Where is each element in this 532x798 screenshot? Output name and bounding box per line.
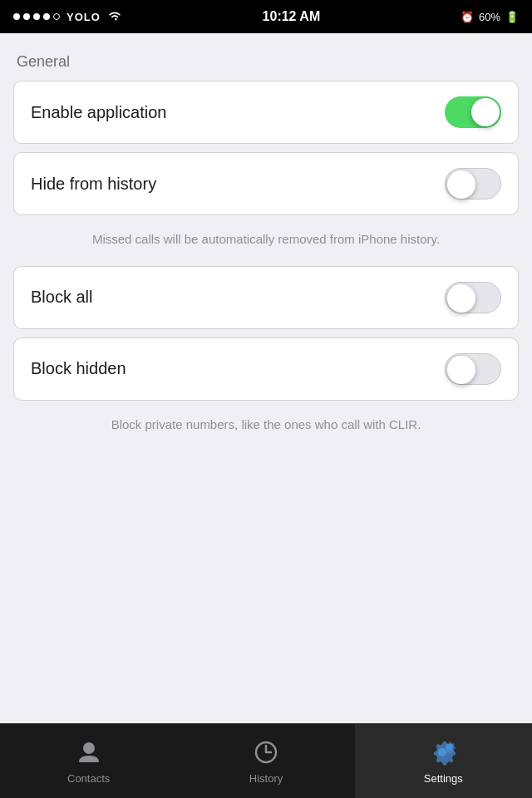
dot-1: [13, 13, 20, 20]
alarm-icon: ⏰: [461, 11, 474, 23]
carrier-label: YOLO: [66, 11, 101, 23]
dot-3: [33, 13, 40, 20]
enable-application-row[interactable]: Enable application: [13, 81, 519, 144]
tab-contacts-label: Contacts: [67, 772, 110, 785]
dot-2: [23, 13, 30, 20]
contacts-icon: [74, 737, 104, 767]
tab-history-label: History: [249, 772, 283, 785]
hide-from-history-row[interactable]: Hide from history: [13, 152, 519, 215]
battery-label: 60%: [479, 11, 500, 23]
enable-application-toggle[interactable]: [445, 96, 501, 128]
block-hidden-label: Block hidden: [31, 359, 126, 378]
main-content: General Enable application Hide from his…: [0, 33, 532, 451]
section-title: General: [13, 53, 519, 71]
settings-icon: [428, 737, 458, 767]
history-icon: [251, 737, 281, 767]
tab-history[interactable]: History: [177, 724, 354, 798]
tab-settings-label: Settings: [424, 772, 463, 785]
block-hidden-description: Block private numbers, like the ones who…: [13, 409, 519, 451]
hide-from-history-description: Missed calls will be automatically remov…: [13, 224, 519, 266]
dot-4: [43, 13, 50, 20]
block-all-label: Block all: [31, 288, 92, 307]
block-all-row[interactable]: Block all: [13, 266, 519, 329]
block-hidden-thumb: [447, 356, 475, 384]
hide-from-history-label: Hide from history: [31, 175, 156, 194]
status-time: 10:12 AM: [263, 9, 321, 24]
enable-application-label: Enable application: [31, 103, 166, 122]
tab-settings[interactable]: Settings: [355, 724, 532, 798]
signal-dots: [13, 13, 60, 20]
tab-contacts[interactable]: Contacts: [0, 724, 177, 798]
status-bar: YOLO 10:12 AM ⏰ 60% 🔋: [0, 0, 532, 33]
block-hidden-toggle[interactable]: [445, 353, 501, 385]
hide-from-history-toggle[interactable]: [445, 168, 501, 200]
status-right: ⏰ 60% 🔋: [461, 11, 519, 23]
wifi-icon: [107, 10, 122, 24]
status-left: YOLO: [13, 10, 122, 24]
enable-application-thumb: [471, 98, 500, 126]
battery-icon: 🔋: [505, 11, 519, 23]
block-hidden-row[interactable]: Block hidden: [13, 337, 519, 401]
block-all-thumb: [447, 284, 475, 313]
svg-point-0: [83, 742, 95, 754]
dot-5: [53, 13, 60, 20]
block-all-toggle[interactable]: [445, 282, 501, 313]
tab-bar: Contacts History: [0, 723, 532, 798]
hide-from-history-thumb: [447, 170, 475, 199]
